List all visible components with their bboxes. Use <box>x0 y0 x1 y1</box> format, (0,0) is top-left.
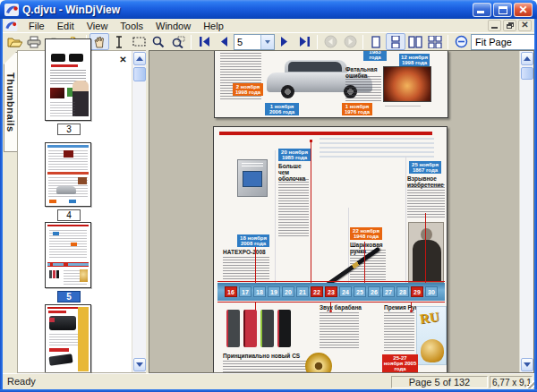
document-page-5: 20 ноября 1985 года Больше чем оболочка … <box>213 126 448 373</box>
arrow-down-icon <box>524 362 531 367</box>
menu-file[interactable]: File <box>22 20 51 32</box>
previous-page-button[interactable] <box>214 33 234 50</box>
thumbnails-tab[interactable]: Thumbnails <box>4 52 17 152</box>
thumbnail-page-3[interactable] <box>45 38 91 121</box>
zoom-tool-button[interactable] <box>149 33 168 50</box>
date-badge: 2 ноября 1998 года <box>233 83 263 96</box>
arrow-down-icon <box>136 362 143 367</box>
zoom-out-button[interactable] <box>451 33 471 50</box>
close-button[interactable]: ✕ <box>514 3 533 17</box>
timeline-day: 16 <box>225 286 237 297</box>
thumbnail-label-5[interactable]: 5 <box>57 291 81 303</box>
timeline-day: 25 <box>354 286 366 297</box>
cs-product-boxes-photo <box>226 310 291 347</box>
document-scrollbar[interactable] <box>519 51 533 372</box>
next-page-button[interactable] <box>275 33 294 50</box>
scrollbar-thumb[interactable] <box>133 67 146 81</box>
page-combo-dropdown[interactable] <box>260 35 274 49</box>
timeline-day: 17 <box>239 286 251 297</box>
back-icon <box>324 35 337 48</box>
back-button[interactable] <box>320 33 340 50</box>
page-number-input[interactable] <box>234 37 258 47</box>
explosion-photo <box>383 66 431 102</box>
open-button[interactable] <box>4 33 24 50</box>
gramophone-disc-photo <box>305 353 332 373</box>
date-badge: 1 ноября 1976 года <box>342 103 372 115</box>
menu-view[interactable]: View <box>81 20 115 32</box>
scrollbar-thumb[interactable] <box>521 67 533 80</box>
magnifier-icon <box>152 36 165 48</box>
status-message: Ready <box>7 376 36 387</box>
zoom-combo[interactable]: Fit Page <box>471 34 537 50</box>
mdi-close-icon: ✕ <box>519 20 531 30</box>
previous-page-icon <box>219 37 228 47</box>
continuous-layout-button[interactable] <box>386 33 405 50</box>
menu-help[interactable]: Help <box>197 20 230 32</box>
single-page-icon <box>371 36 381 48</box>
timeline-day: 29 <box>411 286 423 297</box>
printer-icon <box>27 36 41 48</box>
thumbnail-page-5[interactable] <box>45 222 91 288</box>
date-badge: 25 ноября 1867 года <box>409 161 441 174</box>
select-text-button[interactable] <box>109 33 129 50</box>
ibeam-icon <box>114 36 124 48</box>
single-page-layout-button[interactable] <box>366 33 386 50</box>
select-rect-button[interactable] <box>129 33 149 50</box>
first-page-button[interactable] <box>194 33 214 50</box>
menu-edit[interactable]: Edit <box>51 20 81 32</box>
app-icon <box>4 4 19 16</box>
content-area: Thumbnails ✕ 3 <box>3 50 534 373</box>
article-heading: Звук барабана <box>320 304 364 311</box>
separator <box>362 35 363 49</box>
print-button[interactable] <box>24 33 44 50</box>
mdi-minimize-button[interactable] <box>488 20 501 31</box>
tab-strip: Thumbnails <box>3 50 17 373</box>
mdi-restore-button[interactable] <box>503 20 516 31</box>
menu-window[interactable]: Window <box>149 20 197 32</box>
menu-tools[interactable]: Tools <box>114 20 149 32</box>
scroll-down-button[interactable] <box>521 358 533 371</box>
thumbnail-page-4[interactable] <box>45 142 91 207</box>
window-title: Q.djvu - WinDjView <box>22 4 120 16</box>
thumbnails-panel: ✕ 3 <box>17 50 146 373</box>
scroll-up-button[interactable] <box>521 52 533 65</box>
timeline-day: 28 <box>396 286 409 297</box>
scroll-down-button[interactable] <box>133 358 146 371</box>
open-folder-icon <box>7 36 22 47</box>
thumbnail-label-4[interactable]: 4 <box>57 209 81 221</box>
page-number-combo[interactable] <box>234 34 275 50</box>
timeline-day: 30 <box>425 286 438 297</box>
title-bar: Q.djvu - WinDjView ✕ <box>0 0 537 19</box>
first-page-icon <box>199 37 210 47</box>
timeline-day: 24 <box>339 286 352 297</box>
chevron-down-icon <box>265 40 270 44</box>
panel-close-button[interactable]: ✕ <box>117 54 129 65</box>
scroll-up-button[interactable] <box>133 52 146 65</box>
windows-box-photo <box>237 159 268 197</box>
forward-button[interactable] <box>340 33 360 50</box>
last-page-button[interactable] <box>294 33 314 50</box>
minimize-icon <box>477 11 484 13</box>
timeline-days: 161718192021222324252627282930 <box>217 283 445 301</box>
arrow-up-icon <box>524 56 531 61</box>
minimize-button[interactable] <box>473 3 491 17</box>
document-view: 2 ноября 1998 года 1 ноября 2006 года 19… <box>149 50 534 373</box>
maximize-button[interactable] <box>493 3 512 17</box>
page-top-rule <box>219 132 432 135</box>
mdi-close-button[interactable]: ✕ <box>518 20 532 31</box>
continuous-facing-layout-button[interactable] <box>425 33 445 50</box>
pan-tool-button[interactable] <box>90 33 109 50</box>
zoom-out-icon <box>455 35 468 48</box>
facing-layout-button[interactable] <box>405 33 425 50</box>
date-badge: 20 ноября 1985 года <box>278 149 311 161</box>
thumbnails-scrollbar[interactable] <box>132 51 146 372</box>
mdi-minimize-icon <box>491 27 498 29</box>
runet-trophy-photo: RU <box>416 306 447 365</box>
thumbnail-label-3[interactable]: 3 <box>57 124 81 135</box>
trophy-letters: RU <box>419 310 440 328</box>
arrow-up-icon <box>136 56 143 61</box>
app-window: Q.djvu - WinDjView ✕ File Edit View Tool… <box>0 0 537 392</box>
magnifier-tool-button[interactable] <box>168 33 188 50</box>
thumbnail-page-6[interactable] <box>45 304 91 372</box>
timeline-day: 19 <box>268 286 280 297</box>
